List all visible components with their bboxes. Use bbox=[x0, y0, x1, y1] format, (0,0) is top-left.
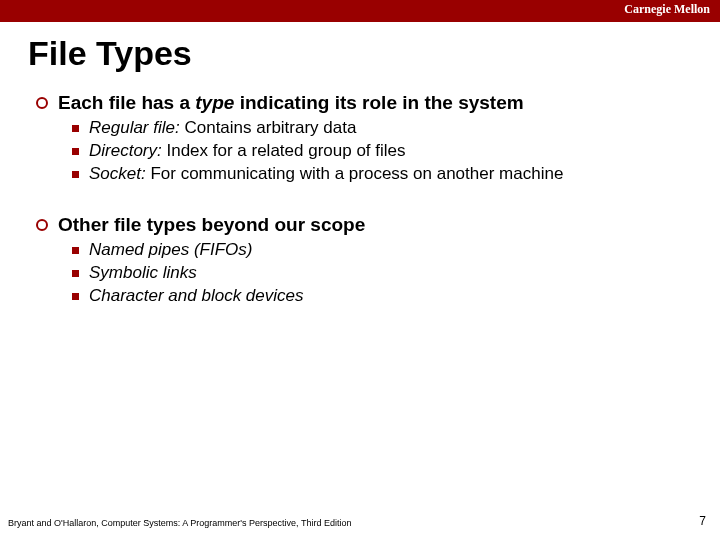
bullet-l2: Named pipes (FIFOs) bbox=[72, 240, 690, 260]
bullet-l2-text: Named pipes (FIFOs) bbox=[89, 240, 252, 260]
square-bullet-icon bbox=[72, 270, 79, 277]
bullet-l2: Regular file: Contains arbitrary data bbox=[72, 118, 690, 138]
bullet-l2-text: Character and block devices bbox=[89, 286, 304, 306]
bullet-l2: Socket: For communicating with a process… bbox=[72, 164, 690, 184]
slide-content: Each file has a type indicating its role… bbox=[36, 92, 690, 312]
bullet-l2: Directory: Index for a related group of … bbox=[72, 141, 690, 161]
bullet-l2-text: Directory: Index for a related group of … bbox=[89, 141, 406, 161]
ring-bullet-icon bbox=[36, 97, 48, 109]
square-bullet-icon bbox=[72, 125, 79, 132]
page-number: 7 bbox=[699, 514, 706, 528]
bullet-l2: Character and block devices bbox=[72, 286, 690, 306]
bullet-l2-text: Socket: For communicating with a process… bbox=[89, 164, 563, 184]
bullet-l1: Each file has a type indicating its role… bbox=[36, 92, 690, 184]
square-bullet-icon bbox=[72, 293, 79, 300]
bullet-l1-text: Each file has a type indicating its role… bbox=[58, 92, 524, 114]
slide-title: File Types bbox=[28, 34, 192, 73]
footer-citation: Bryant and O'Hallaron, Computer Systems:… bbox=[8, 518, 351, 528]
bullet-l2: Symbolic links bbox=[72, 263, 690, 283]
square-bullet-icon bbox=[72, 171, 79, 178]
ring-bullet-icon bbox=[36, 219, 48, 231]
bullet-l1: Other file types beyond our scope Named … bbox=[36, 214, 690, 306]
square-bullet-icon bbox=[72, 247, 79, 254]
bullet-l1-text: Other file types beyond our scope bbox=[58, 214, 365, 236]
brand-label: Carnegie Mellon bbox=[624, 2, 710, 17]
bullet-l2-text: Symbolic links bbox=[89, 263, 197, 283]
square-bullet-icon bbox=[72, 148, 79, 155]
header-bar: Carnegie Mellon bbox=[0, 0, 720, 22]
bullet-l2-text: Regular file: Contains arbitrary data bbox=[89, 118, 356, 138]
